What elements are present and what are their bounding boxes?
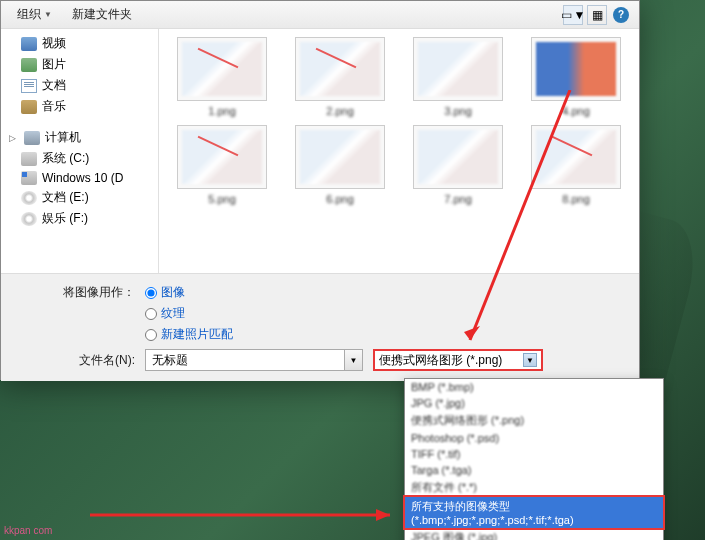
- dropdown-item[interactable]: 所有文件 (*.*): [405, 478, 663, 497]
- file-item[interactable]: 3.png: [403, 37, 513, 117]
- file-item[interactable]: 7.png: [403, 125, 513, 205]
- tree-video[interactable]: 视频: [1, 33, 158, 54]
- music-icon: [21, 100, 37, 114]
- help-button[interactable]: ?: [611, 5, 631, 25]
- file-dialog: 组织▼ 新建文件夹 ▭▼ ▦ ? 视频 图片 文档 音乐 ▷计算机 系统 (C:…: [0, 0, 640, 380]
- file-item[interactable]: 8.png: [521, 125, 631, 205]
- file-grid: 1.png 2.png 3.png 4.png 5.png 6.png 7.pn…: [159, 29, 639, 273]
- dialog-toolbar: 组织▼ 新建文件夹 ▭▼ ▦ ?: [1, 1, 639, 29]
- filetype-dropdown: BMP (*.bmp) JPG (*.jpg) 便携式网络图形 (*.png) …: [404, 378, 664, 540]
- filetype-combo[interactable]: 便携式网络图形 (*.png) ▼: [373, 349, 543, 371]
- view-mode-button[interactable]: ▭▼: [563, 5, 583, 25]
- tree-drive-e[interactable]: 文档 (E:): [1, 187, 158, 208]
- dropdown-item[interactable]: TIFF (*.tif): [405, 446, 663, 462]
- tree-drive-d[interactable]: Windows 10 (D: [1, 169, 158, 187]
- tree-computer[interactable]: ▷计算机: [1, 127, 158, 148]
- tree-documents[interactable]: 文档: [1, 75, 158, 96]
- organize-button[interactable]: 组织▼: [9, 3, 60, 26]
- tree-drive-f[interactable]: 娱乐 (F:): [1, 208, 158, 229]
- dropdown-item[interactable]: Targa (*.tga): [405, 462, 663, 478]
- radio-photomatch[interactable]: 新建照片匹配: [145, 326, 233, 343]
- disc-icon: [21, 212, 37, 226]
- file-item[interactable]: 2.png: [285, 37, 395, 117]
- nav-tree: 视频 图片 文档 音乐 ▷计算机 系统 (C:) Windows 10 (D 文…: [1, 29, 159, 273]
- video-icon: [21, 37, 37, 51]
- chevron-down-icon: ▼: [523, 353, 537, 367]
- dropdown-item[interactable]: JPG (*.jpg): [405, 395, 663, 411]
- document-icon: [21, 79, 37, 93]
- tree-pictures[interactable]: 图片: [1, 54, 158, 75]
- preview-pane-button[interactable]: ▦: [587, 5, 607, 25]
- dropdown-item[interactable]: Photoshop (*.psd): [405, 430, 663, 446]
- computer-icon: [24, 131, 40, 145]
- tree-music[interactable]: 音乐: [1, 96, 158, 117]
- use-as-label: 将图像用作：: [15, 284, 145, 301]
- disc-icon: [21, 191, 37, 205]
- filetype-selected: 便携式网络图形 (*.png): [379, 352, 502, 369]
- dropdown-item[interactable]: BMP (*.bmp): [405, 379, 663, 395]
- tree-drive-c[interactable]: 系统 (C:): [1, 148, 158, 169]
- radio-image[interactable]: 图像: [145, 284, 233, 301]
- radio-texture[interactable]: 纹理: [145, 305, 233, 322]
- dropdown-item[interactable]: 便携式网络图形 (*.png): [405, 411, 663, 430]
- new-folder-button[interactable]: 新建文件夹: [64, 3, 140, 26]
- file-item[interactable]: 4.png: [521, 37, 631, 117]
- filename-label: 文件名(N):: [15, 352, 145, 369]
- file-item[interactable]: 5.png: [167, 125, 277, 205]
- pictures-icon: [21, 58, 37, 72]
- file-item[interactable]: 6.png: [285, 125, 395, 205]
- filename-input[interactable]: [145, 349, 345, 371]
- dropdown-item[interactable]: JPEG 图像 (*.jpg): [405, 528, 663, 540]
- drive-icon: [21, 171, 37, 185]
- watermark: kkpan com: [4, 525, 52, 536]
- filename-dropdown-button[interactable]: ▼: [345, 349, 363, 371]
- file-item[interactable]: 1.png: [167, 37, 277, 117]
- dialog-footer: 将图像用作： 图像 纹理 新建照片匹配 文件名(N): ▼ 便携式网络图形 (*…: [1, 273, 639, 381]
- dropdown-item-highlighted[interactable]: 所有支持的图像类型 (*.bmp;*.jpg;*.png;*.psd;*.tif…: [403, 495, 665, 530]
- drive-icon: [21, 152, 37, 166]
